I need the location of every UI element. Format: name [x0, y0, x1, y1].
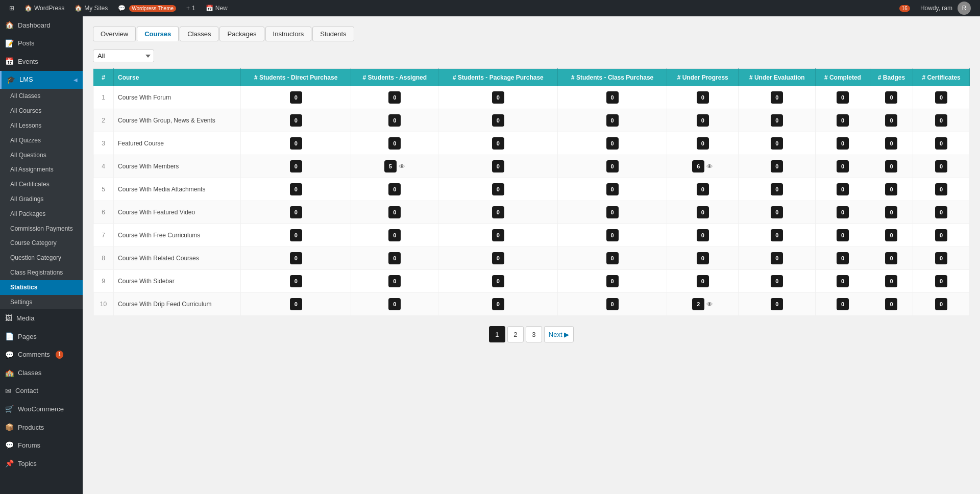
- eye-icon[interactable]: 👁: [706, 163, 713, 170]
- cell-direct: 0: [241, 293, 351, 316]
- sidebar-item-course-category[interactable]: Course Category: [0, 236, 83, 251]
- cell-badge: 0: [697, 91, 709, 104]
- cell-badge: 0: [837, 137, 849, 150]
- table-row: 8 Course With Related Courses 0 0 0 0 0 …: [93, 247, 970, 270]
- new-item[interactable]: + 1: [181, 0, 201, 16]
- sidebar-item-settings[interactable]: Settings: [0, 295, 83, 310]
- sidebar-item-all-packages[interactable]: All Packages: [0, 207, 83, 221]
- wp-logo-item[interactable]: ⊞: [4, 0, 19, 16]
- filter-select[interactable]: All Published Draft Pending: [93, 50, 154, 62]
- main-content: Overview Courses Classes Packages Instru…: [83, 16, 980, 494]
- events-admin-item[interactable]: 📅 New: [201, 0, 233, 16]
- cell-package: 0: [438, 86, 558, 109]
- pages-icon: 📄: [5, 332, 14, 342]
- sidebar-item-all-questions[interactable]: All Questions: [0, 148, 83, 163]
- cell-badge: 0: [771, 160, 783, 172]
- cell-certificates: 0: [913, 155, 970, 178]
- sidebar-item-all-certificates[interactable]: All Certificates: [0, 177, 83, 192]
- sidebar-item-question-category[interactable]: Question Category: [0, 251, 83, 265]
- wp-theme-item[interactable]: 🏠 My Sites: [69, 0, 113, 16]
- cell-badges: 0: [870, 132, 913, 155]
- cell-badge: 0: [697, 252, 709, 264]
- course-name: Course With Forum: [114, 86, 241, 109]
- eye-icon[interactable]: 👁: [399, 163, 405, 170]
- sidebar-item-all-assignments[interactable]: All Assignments: [0, 162, 83, 177]
- sidebar-item-forums[interactable]: 💬 Forums: [0, 436, 83, 455]
- page-btn-2[interactable]: 2: [507, 326, 524, 342]
- sidebar-item-comments[interactable]: 💬 Comments 1: [0, 346, 83, 364]
- cell-badge: 0: [771, 206, 783, 218]
- comment-icon: 💬: [118, 5, 126, 12]
- sidebar-item-posts[interactable]: 📝 Posts: [0, 35, 83, 53]
- sidebar-item-events[interactable]: 📅 Events: [0, 53, 83, 71]
- cell-badge: 0: [771, 298, 783, 310]
- cell-assigned: 5👁: [351, 155, 438, 178]
- cell-badges: 0: [870, 201, 913, 224]
- cell-badge: 0: [837, 229, 849, 241]
- cell-badge: 0: [290, 114, 302, 127]
- sidebar-item-classes[interactable]: 🏫 Classes: [0, 364, 83, 382]
- cell-completed: 0: [816, 247, 870, 270]
- sidebar-item-pages[interactable]: 📄 Pages: [0, 328, 83, 346]
- cell-assigned: 0: [351, 201, 438, 224]
- cell-direct: 0: [241, 178, 351, 201]
- cell-badge: 0: [606, 114, 619, 127]
- comments-count-badge: Wordpress Theme: [129, 5, 176, 12]
- cell-direct: 0: [241, 247, 351, 270]
- cell-completed: 0: [816, 155, 870, 178]
- cell-certificates: 0: [913, 224, 970, 247]
- page-btn-3[interactable]: 3: [526, 326, 542, 342]
- tab-classes[interactable]: Classes: [180, 27, 218, 41]
- sidebar-item-all-courses[interactable]: All Courses: [0, 104, 83, 118]
- cell-badge: 0: [935, 298, 947, 310]
- sidebar-item-topics[interactable]: 📌 Topics: [0, 455, 83, 473]
- sidebar-item-commission-payments[interactable]: Commission Payments: [0, 221, 83, 236]
- cell-badge: 0: [935, 275, 947, 287]
- sidebar-item-dashboard[interactable]: 🏠 Dashboard: [0, 16, 83, 35]
- sidebar-item-lms[interactable]: 🎓 LMS ◀: [0, 71, 83, 89]
- cell-badge: 0: [492, 229, 504, 241]
- table-body: 1 Course With Forum 0 0 0 0 0 0 0 0 0 2 …: [93, 86, 970, 316]
- cell-badge: 0: [771, 137, 783, 150]
- sidebar-item-media[interactable]: 🖼 Media: [0, 309, 83, 328]
- user-greeting[interactable]: Howdy, ram R: [915, 0, 976, 16]
- next-page-button[interactable]: Next ▶: [544, 326, 574, 342]
- sidebar-item-products[interactable]: 📦 Products: [0, 418, 83, 437]
- sidebar-item-all-gradings[interactable]: All Gradings: [0, 192, 83, 207]
- sidebar-item-woocommerce[interactable]: 🛒 WooCommerce: [0, 400, 83, 418]
- sidebar-item-class-registrations[interactable]: Class Registrations: [0, 265, 83, 280]
- question-category-label: Question Category: [10, 254, 61, 262]
- sidebar-item-all-quizzes[interactable]: All Quizzes: [0, 133, 83, 148]
- sidebar-item-statistics[interactable]: Statistics: [0, 280, 83, 295]
- tab-overview[interactable]: Overview: [93, 27, 136, 41]
- tab-instructors[interactable]: Instructors: [265, 27, 312, 41]
- sidebar-item-all-lessons[interactable]: All Lessons: [0, 118, 83, 133]
- cell-badge: 0: [492, 183, 504, 195]
- course-name: Featured Course: [114, 132, 241, 155]
- eye-icon[interactable]: 👁: [706, 301, 713, 308]
- comments-admin-item[interactable]: 💬 Wordpress Theme: [113, 0, 181, 16]
- cell-direct: 0: [241, 109, 351, 132]
- sidebar-item-contact[interactable]: ✉ Contact: [0, 382, 83, 401]
- plus-icon: +: [186, 5, 190, 12]
- cell-package: 0: [438, 155, 558, 178]
- notification-item[interactable]: 16: [893, 0, 915, 16]
- avatar: R: [958, 2, 971, 15]
- cell-badge: 0: [771, 114, 783, 127]
- sidebar-item-all-classes[interactable]: All Classes: [0, 89, 83, 104]
- tab-students[interactable]: Students: [312, 27, 354, 41]
- tab-packages[interactable]: Packages: [219, 27, 264, 41]
- cell-badge: 0: [837, 183, 849, 195]
- my-sites-item[interactable]: 🏠 WordPress: [19, 0, 69, 16]
- all-packages-label: All Packages: [10, 210, 45, 218]
- cell-badge: 0: [388, 137, 401, 150]
- cell-badge: 0: [606, 91, 619, 104]
- table-row: 7 Course With Free Curriculums 0 0 0 0 0…: [93, 224, 970, 247]
- cell-package: 0: [438, 247, 558, 270]
- cell-certificates: 0: [913, 293, 970, 316]
- all-gradings-label: All Gradings: [10, 195, 43, 204]
- cell-certificates: 0: [913, 270, 970, 293]
- dashboard-icon: 🏠: [5, 20, 14, 31]
- page-btn-1[interactable]: 1: [489, 326, 505, 342]
- tab-courses[interactable]: Courses: [137, 27, 179, 41]
